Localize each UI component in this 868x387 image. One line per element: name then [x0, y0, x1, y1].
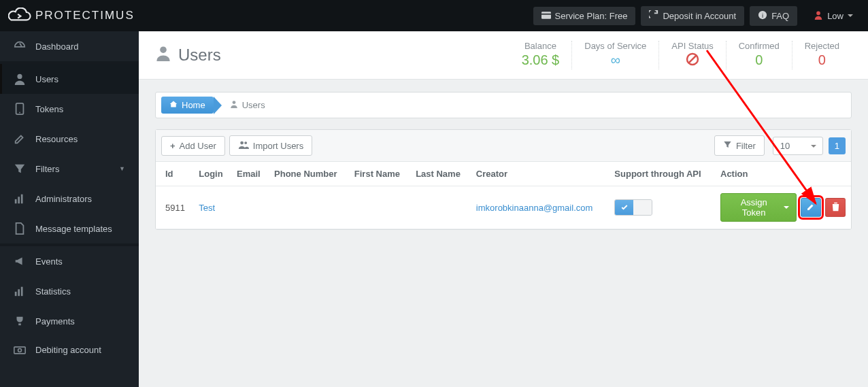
sidebar-item-label: Administrators [35, 194, 92, 204]
check-icon [615, 200, 633, 215]
page-size-select[interactable]: 10 [773, 137, 823, 155]
page-title-text: Users [178, 46, 221, 65]
page-size-value: 10 [780, 141, 790, 151]
sidebar-item-users[interactable]: Users [0, 64, 139, 94]
sidebar: Dashboard Users Tokens Resources Filters… [0, 31, 139, 387]
brand-logo[interactable]: PROTECTIMUS [8, 7, 135, 24]
card-icon [541, 11, 551, 21]
add-user-label: Add User [180, 141, 216, 151]
edit-icon [14, 133, 26, 145]
sidebar-item-label: Tokens [35, 104, 63, 114]
col-creator[interactable]: Creator [471, 162, 609, 186]
page-header: Users Balance 3.06 $ Days of Service ∞ A… [139, 31, 868, 80]
sidebar-item-debiting[interactable]: Debiting account [0, 336, 139, 364]
toolbar: + Add User Import Users Filter 10 [156, 130, 851, 162]
sidebar-item-dashboard[interactable]: Dashboard [0, 31, 139, 61]
api-toggle[interactable] [614, 199, 652, 216]
sidebar-item-label: Debiting account [35, 345, 101, 355]
col-id[interactable]: Id [156, 162, 193, 186]
edit-row-button[interactable] [801, 198, 821, 217]
page-number[interactable]: 1 [829, 137, 846, 154]
deposit-button[interactable]: Deposit in Account [641, 6, 744, 26]
home-icon [169, 100, 178, 110]
users-icon [238, 140, 249, 151]
col-action[interactable]: Action [715, 162, 851, 186]
sidebar-item-label: Resources [35, 134, 78, 144]
svg-rect-11 [15, 292, 17, 296]
svg-rect-8 [15, 199, 17, 203]
breadcrumb-home[interactable]: Home [161, 97, 214, 114]
top-navbar: PROTECTIMUS Service Plan: Free Deposit i… [0, 0, 868, 31]
sidebar-item-tokens[interactable]: Tokens [0, 94, 139, 124]
stat-label: Confirmed [739, 41, 780, 51]
user-icon [814, 10, 823, 22]
caret-down-icon [784, 206, 789, 209]
svg-point-7 [19, 112, 20, 114]
bars-icon [14, 192, 26, 205]
svg-rect-1 [541, 13, 551, 14]
service-plan-button[interactable]: Service Plan: Free [533, 7, 636, 25]
col-api[interactable]: Support through API [609, 162, 715, 186]
caret-down-icon [848, 14, 853, 17]
sidebar-item-administrators[interactable]: Administrators [0, 184, 139, 214]
sidebar-item-events[interactable]: Events [0, 246, 139, 276]
sidebar-item-label: Message templates [35, 224, 112, 234]
cell-creator-link[interactable]: imkorobkinaanna@gmail.com [476, 203, 592, 213]
phone-icon [14, 103, 26, 115]
sidebar-item-resources[interactable]: Resources [0, 124, 139, 154]
megaphone-icon [14, 255, 26, 267]
sidebar-item-label: Dashboard [35, 41, 79, 52]
user-name: Low [827, 11, 844, 21]
sidebar-item-payments[interactable]: Payments [0, 306, 139, 336]
import-users-button[interactable]: Import Users [229, 135, 312, 156]
money-icon [14, 346, 26, 355]
table-row: 5911 Test imkorobkinaanna@gmail.com [156, 186, 851, 229]
user-icon [230, 100, 238, 110]
plus-icon: + [170, 141, 176, 151]
ban-icon [671, 52, 713, 69]
svg-point-15 [18, 348, 22, 352]
sidebar-item-statistics[interactable]: Statistics [0, 276, 139, 306]
sidebar-item-label: Events [35, 256, 63, 267]
cell-login-link[interactable]: Test [199, 203, 215, 213]
chart-icon [14, 285, 26, 297]
svg-rect-12 [18, 289, 20, 296]
stat-label: Days of Service [584, 41, 646, 51]
stat-confirmed: Confirmed 0 [726, 41, 792, 69]
col-first[interactable]: First Name [349, 162, 410, 186]
faq-button[interactable]: i FAQ [750, 6, 797, 26]
user-icon [14, 73, 26, 85]
col-email[interactable]: Email [231, 162, 269, 186]
sidebar-item-message-templates[interactable]: Message templates [0, 214, 139, 243]
assign-token-button[interactable]: Assign Token [720, 193, 797, 222]
filter-button[interactable]: Filter [714, 135, 765, 156]
svg-rect-13 [21, 287, 23, 297]
assign-token-label: Assign Token [728, 197, 780, 218]
svg-point-21 [244, 141, 247, 144]
stat-value: 0 [805, 52, 839, 68]
funnel-icon [14, 163, 26, 175]
stat-value: 3.06 $ [522, 52, 560, 68]
stat-balance: Balance 3.06 $ [510, 41, 572, 69]
svg-rect-0 [541, 12, 551, 19]
sidebar-item-filters[interactable]: Filters ▼ [0, 154, 139, 184]
users-table: Id Login Email Phone Number First Name L… [156, 162, 851, 229]
col-last[interactable]: Last Name [410, 162, 471, 186]
user-icon [155, 45, 171, 65]
stat-label: API Status [671, 41, 713, 51]
breadcrumb-home-label: Home [182, 100, 205, 110]
service-plan-label: Service Plan: Free [555, 11, 628, 21]
svg-rect-22 [807, 208, 809, 209]
sidebar-item-label: Users [35, 74, 59, 84]
trash-icon [831, 202, 840, 214]
refresh-icon [649, 10, 658, 22]
delete-row-button[interactable] [825, 198, 846, 217]
col-phone[interactable]: Phone Number [269, 162, 349, 186]
document-icon [14, 222, 26, 235]
caret-down-icon [811, 145, 816, 148]
add-user-button[interactable]: + Add User [161, 136, 225, 156]
col-login[interactable]: Login [193, 162, 231, 186]
brand-text: PROTECTIMUS [35, 9, 135, 22]
svg-point-4 [816, 11, 820, 15]
user-menu[interactable]: Low [807, 6, 860, 26]
